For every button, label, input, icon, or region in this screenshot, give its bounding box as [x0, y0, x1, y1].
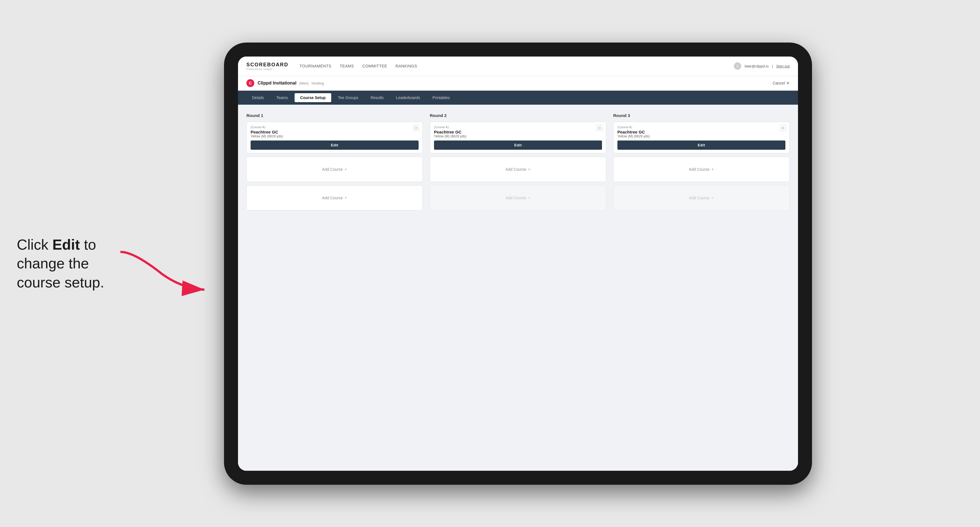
sign-out-link[interactable]: Sign out: [776, 64, 790, 68]
plus-icon-2: +: [344, 195, 347, 200]
add-course-label-2: Add Course: [322, 196, 343, 200]
plus-icon-r3-2: +: [711, 195, 714, 200]
round-1-column: Round 1 (Course A) Peachtree GC Yellow (…: [247, 113, 423, 214]
top-nav-right: B blair@clippd.io | Sign out: [734, 62, 790, 70]
round-1-course-name: Peachtree GC: [251, 130, 418, 134]
round-3-column: Round 3 (Course A) Peachtree GC Yellow (…: [613, 113, 790, 214]
nav-committee[interactable]: COMMITTEE: [362, 64, 387, 68]
tab-bar: Details Teams Course Setup Tee Groups Re…: [238, 90, 798, 105]
nav-rankings[interactable]: RANKINGS: [396, 64, 417, 68]
delete-icon: ⊡: [598, 126, 601, 130]
tablet-device: SCOREBOARD Powered by clippd TOURNAMENTS…: [224, 43, 812, 485]
round-3-course-header: (Course A) Peachtree GC Yellow (M) (6629…: [614, 122, 789, 141]
plus-icon-r3: +: [711, 167, 714, 172]
logo-letter: C: [249, 81, 252, 85]
bold-edit: Edit: [52, 236, 80, 252]
round-2-course-name: Peachtree GC: [434, 130, 602, 134]
tablet-screen: SCOREBOARD Powered by clippd TOURNAMENTS…: [238, 57, 798, 471]
add-course-label: Add Course: [322, 167, 343, 171]
round-2-title: Round 2: [430, 113, 606, 118]
round-2-course-header: (Course A) Peachtree GC Yellow (M) (6629…: [430, 122, 606, 141]
breadcrumb-logo: C: [247, 79, 254, 87]
round-3-edit-button[interactable]: Edit: [617, 141, 785, 150]
round-3-course-name: Peachtree GC: [617, 130, 785, 134]
delete-icon: ⊡: [781, 126, 784, 130]
round-3-course-card: (Course A) Peachtree GC Yellow (M) (6629…: [613, 122, 790, 153]
round-1-title: Round 1: [247, 113, 423, 118]
logo-sub: Powered by clippd: [247, 68, 288, 70]
round-1-course-label: (Course A): [251, 125, 418, 129]
add-course-r3-label-2: Add Course: [689, 196, 710, 200]
round-2-edit-button[interactable]: Edit: [434, 141, 602, 150]
round-2-course-label: (Course A): [434, 125, 602, 129]
round-2-course-details: Yellow (M) (6629 yds): [434, 134, 602, 138]
separator: |: [772, 64, 773, 68]
scoreboard-logo: SCOREBOARD Powered by clippd: [247, 62, 288, 70]
instruction-text: Click Edit to change the course setup.: [17, 235, 179, 292]
user-email: blair@clippd.io: [745, 64, 768, 68]
plus-icon-r2-2: +: [528, 195, 530, 200]
round-1-add-course-2[interactable]: Add Course +: [247, 185, 423, 211]
breadcrumb-bar: C Clippd Invitational (Men) Hosting Canc…: [238, 76, 798, 90]
round-1-course-details: Yellow (M) (6629 yds): [251, 134, 418, 138]
nav-tournaments[interactable]: TOURNAMENTS: [300, 64, 331, 68]
plus-icon-r2: +: [528, 167, 530, 172]
round-1-delete-button[interactable]: ⊡: [413, 125, 419, 131]
plus-icon: +: [344, 167, 347, 172]
rounds-grid: Round 1 (Course A) Peachtree GC Yellow (…: [247, 113, 790, 214]
tab-teams[interactable]: Teams: [271, 93, 293, 102]
round-3-add-course-1[interactable]: Add Course +: [613, 157, 790, 182]
top-nav-links: TOURNAMENTS TEAMS COMMITTEE RANKINGS: [300, 64, 734, 68]
top-nav: SCOREBOARD Powered by clippd TOURNAMENTS…: [238, 57, 798, 76]
round-3-delete-button[interactable]: ⊡: [780, 125, 786, 131]
logo-title: SCOREBOARD: [247, 62, 288, 68]
round-3-add-course-2: Add Course +: [613, 185, 790, 211]
round-2-column: Round 2 (Course A) Peachtree GC Yellow (…: [430, 113, 606, 214]
round-1-edit-button[interactable]: Edit: [251, 141, 418, 150]
add-course-r2-label-2: Add Course: [505, 196, 526, 200]
delete-icon: ⊡: [415, 126, 417, 130]
nav-teams[interactable]: TEAMS: [340, 64, 354, 68]
round-1-course-card: (Course A) Peachtree GC Yellow (M) (6629…: [247, 122, 423, 153]
tab-tee-groups[interactable]: Tee Groups: [332, 93, 364, 102]
tab-printables[interactable]: Printables: [427, 93, 455, 102]
tournament-gender: (Men): [299, 81, 309, 85]
round-2-delete-button[interactable]: ⊡: [597, 125, 603, 131]
cancel-button[interactable]: Cancel ✕: [773, 81, 790, 85]
tournament-name: Clippd Invitational: [258, 81, 296, 86]
user-avatar: B: [734, 62, 741, 70]
round-3-title: Round 3: [613, 113, 790, 118]
main-content: Round 1 (Course A) Peachtree GC Yellow (…: [238, 105, 798, 471]
cancel-x-icon: ✕: [786, 81, 790, 85]
round-2-add-course-2: Add Course +: [430, 185, 606, 211]
round-1-course-header: (Course A) Peachtree GC Yellow (M) (6629…: [247, 122, 423, 141]
tab-course-setup[interactable]: Course Setup: [294, 93, 331, 102]
add-course-r2-label: Add Course: [505, 167, 526, 171]
round-3-course-label: (Course A): [617, 125, 785, 129]
tab-leaderboards[interactable]: Leaderboards: [390, 93, 426, 102]
round-2-course-card: (Course A) Peachtree GC Yellow (M) (6629…: [430, 122, 606, 153]
tab-details[interactable]: Details: [247, 93, 270, 102]
add-course-r3-label: Add Course: [689, 167, 710, 171]
round-3-course-details: Yellow (M) (6629 yds): [617, 134, 785, 138]
round-1-add-course-1[interactable]: Add Course +: [247, 157, 423, 182]
tournament-status: Hosting: [312, 81, 324, 85]
round-2-add-course-1[interactable]: Add Course +: [430, 157, 606, 182]
tab-results[interactable]: Results: [365, 93, 389, 102]
